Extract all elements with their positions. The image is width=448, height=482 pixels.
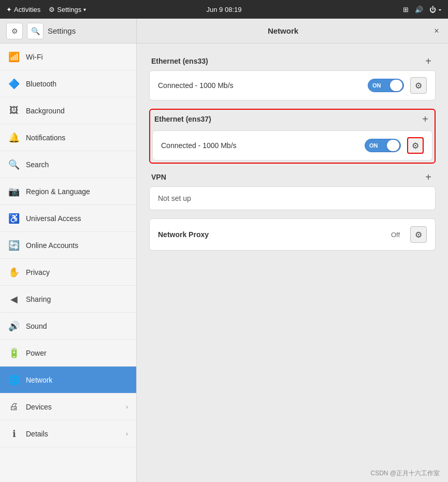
proxy-gear-icon: ⚙ — [415, 230, 422, 240]
settings-menu-chevron: ▾ — [83, 7, 86, 12]
sidebar-item-label-bluetooth: Bluetooth — [26, 80, 56, 88]
vpn-header: VPN + — [149, 172, 436, 182]
ethernet2-row: Connected - 1000 Mb/s ON ⚙ — [153, 131, 432, 160]
sidebar-item-label-devices: Devices — [26, 403, 52, 411]
online-accounts-icon: 🔄 — [8, 240, 20, 251]
search-button[interactable]: 🔍 — [27, 23, 44, 39]
watermark-text: CSDN @正月十六工作室 — [370, 470, 440, 477]
ethernet1-card: Connected - 1000 Mb/s ON ⚙ — [149, 70, 436, 100]
sidebar-item-label-details: Details — [26, 430, 48, 438]
ethernet1-toggle-label: ON — [372, 82, 381, 89]
ethernet1-row: Connected - 1000 Mb/s ON ⚙ — [150, 71, 435, 100]
watermark: CSDN @正月十六工作室 — [370, 469, 440, 478]
sidebar-item-details[interactable]: ℹDetails› — [0, 420, 136, 447]
ethernet1-title: Ethernet (ens33) — [151, 57, 208, 65]
settings-menu-icon: ⚙ — [49, 6, 55, 13]
network-status-icon: ⊞ — [403, 6, 409, 13]
vpn-add-button[interactable]: + — [423, 172, 433, 182]
sidebar-item-label-wifi: Wi-Fi — [26, 53, 43, 61]
ethernet1-settings-button[interactable]: ⚙ — [410, 77, 427, 94]
sidebar-item-devices[interactable]: 🖨Devices› — [0, 393, 136, 420]
activities-button[interactable]: ✦ Activities — [6, 6, 40, 13]
sidebar-item-label-search: Search — [26, 160, 49, 169]
volume-icon: 🔊 — [415, 6, 423, 13]
ethernet1-add-button[interactable]: + — [423, 56, 433, 66]
sidebar-item-wifi[interactable]: 📶Wi-Fi — [0, 43, 136, 70]
sidebar-item-notifications[interactable]: 🔔Notifications — [0, 124, 136, 151]
topbar: ✦ Activities ⚙ Settings ▾ Jun 9 08:19 ⊞ … — [0, 0, 448, 19]
sidebar-item-label-online: Online Accounts — [26, 241, 78, 250]
search-icon: 🔍 — [31, 27, 40, 35]
vpn-empty-label: Not set up — [150, 187, 435, 210]
sidebar-item-label-sound: Sound — [26, 322, 47, 330]
sidebar-chevron-devices: › — [126, 403, 128, 411]
search-icon: 🔍 — [8, 159, 20, 170]
sidebar-item-label-network: Network — [26, 376, 52, 384]
close-button[interactable]: × — [429, 24, 444, 38]
power-menu-icon[interactable]: ⏻ ▾ — [429, 6, 442, 13]
window-titlebar: ⚙ 🔍 Settings Network × — [0, 19, 448, 43]
ethernet1-status: Connected - 1000 Mb/s — [158, 81, 362, 90]
sidebar-item-label-background: Background — [26, 107, 65, 115]
activities-label: Activities — [14, 6, 40, 13]
ethernet2-toggle-knob — [387, 140, 399, 151]
window-title: Network — [268, 26, 298, 35]
ethernet2-status: Connected - 1000 Mb/s — [161, 141, 358, 150]
content-area: 📶Wi-Fi🔷Bluetooth🖼Background🔔Notification… — [0, 43, 448, 482]
settings-menu-button[interactable]: ⚙ Settings ▾ — [49, 6, 86, 13]
notifications-icon: 🔔 — [8, 132, 20, 143]
topbar-datetime: Jun 9 08:19 — [207, 6, 242, 13]
gear-icon-2: ⚙ — [412, 141, 419, 151]
sidebar-item-network[interactable]: 🌐Network — [0, 367, 136, 393]
region-icon: 📷 — [8, 186, 20, 197]
ethernet1-toggle[interactable]: ON — [368, 79, 404, 92]
proxy-settings-button[interactable]: ⚙ — [410, 226, 427, 243]
sidebar-item-label-universal: Universal Access — [26, 214, 81, 223]
sharing-icon: ◀ — [8, 294, 20, 305]
sidebar-item-universal[interactable]: ♿Universal Access — [0, 205, 136, 232]
sidebar-item-region[interactable]: 📷Region & Language — [0, 178, 136, 205]
sidebar-item-sound[interactable]: 🔊Sound — [0, 313, 136, 340]
bluetooth-icon: 🔷 — [8, 78, 20, 90]
sidebar-item-label-region: Region & Language — [26, 187, 90, 196]
sidebar: 📶Wi-Fi🔷Bluetooth🖼Background🔔Notification… — [0, 43, 137, 482]
ethernet2-title: Ethernet (ens37) — [154, 115, 211, 123]
ethernet2-add-button[interactable]: + — [420, 114, 430, 124]
sidebar-item-search[interactable]: 🔍Search — [0, 151, 136, 178]
sidebar-item-power[interactable]: 🔋Power — [0, 340, 136, 367]
sidebar-item-sharing[interactable]: ◀Sharing — [0, 286, 136, 313]
sidebar-item-privacy[interactable]: ✋Privacy — [0, 259, 136, 286]
ethernet2-settings-button[interactable]: ⚙ — [407, 137, 424, 154]
titlebar-left: ⚙ 🔍 Settings — [0, 19, 137, 43]
sidebar-item-label-power: Power — [26, 349, 47, 357]
ethernet2-header: Ethernet (ens37) + — [152, 112, 432, 126]
network-icon: 🌐 — [8, 374, 20, 386]
ethernet2-card: Connected - 1000 Mb/s ON ⚙ — [152, 130, 432, 160]
settings-window: ⚙ 🔍 Settings Network × 📶Wi-Fi🔷Bluetooth🖼… — [0, 19, 448, 482]
universal-access-icon: ♿ — [8, 213, 20, 224]
sidebar-item-background[interactable]: 🖼Background — [0, 97, 136, 124]
sound-icon: 🔊 — [8, 320, 20, 332]
sidebar-item-online[interactable]: 🔄Online Accounts — [0, 232, 136, 259]
sidebar-item-bluetooth[interactable]: 🔷Bluetooth — [0, 70, 136, 97]
sidebar-item-label-sharing: Sharing — [26, 295, 51, 303]
wrench-icon: ⚙ — [11, 27, 18, 35]
proxy-status: Off — [391, 231, 400, 239]
power-icon: 🔋 — [8, 347, 20, 359]
ethernet2-toggle[interactable]: ON — [365, 139, 401, 152]
sidebar-chevron-details: › — [126, 430, 128, 437]
sidebar-item-label-privacy: Privacy — [26, 268, 50, 276]
ethernet1-header: Ethernet (ens33) + — [149, 56, 436, 66]
proxy-title: Network Proxy — [158, 230, 385, 239]
close-icon: × — [434, 26, 439, 36]
settings-menu-label: Settings — [57, 6, 81, 13]
ethernet1-toggle-knob — [390, 80, 402, 91]
activities-icon: ✦ — [6, 6, 12, 13]
settings-icon-button[interactable]: ⚙ — [6, 23, 23, 39]
proxy-row: Network Proxy Off ⚙ — [150, 219, 435, 250]
main-panel: Ethernet (ens33) + Connected - 1000 Mb/s… — [137, 43, 448, 482]
vpn-card: Not set up — [149, 186, 436, 210]
sidebar-item-label-notifications: Notifications — [26, 134, 65, 142]
background-icon: 🖼 — [8, 105, 20, 116]
privacy-icon: ✋ — [8, 267, 20, 278]
